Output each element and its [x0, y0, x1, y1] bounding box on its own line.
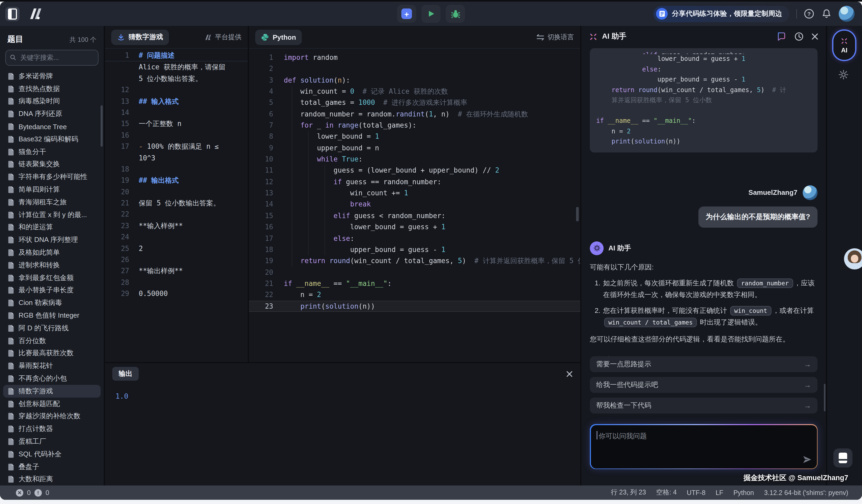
output-tab[interactable]: 输出 — [112, 367, 139, 381]
code-line[interactable]: 6 random_number = random.randint(1, n) #… — [249, 108, 580, 120]
assistant-character-avatar[interactable] — [844, 248, 862, 269]
problem-row: 1# 问题描述 — [105, 50, 248, 62]
sidebar-item[interactable]: 计算位置 x 到 y 的最... — [3, 209, 101, 221]
sidebar-item[interactable]: 拿到最多红包金额 — [3, 271, 101, 284]
code-line[interactable]: 1import random — [249, 52, 580, 63]
new-file-button[interactable]: + — [397, 5, 416, 23]
problem-tab[interactable]: 猜数字游戏 — [111, 29, 169, 45]
status-item[interactable]: 空格: 4 — [656, 488, 677, 497]
code-line[interactable]: 20 — [249, 267, 580, 278]
promo-banner[interactable]: 分享代码练习体验，领限量定制周边 — [653, 5, 789, 22]
switch-language-button[interactable]: 切换语言 — [536, 32, 574, 42]
code-line[interactable]: 21if __name__ == "__main__": — [249, 278, 580, 289]
sidebar-item-label: Base32 编码和解码 — [18, 134, 78, 144]
code-line[interactable]: 2 — [249, 63, 580, 75]
dock-settings-button[interactable] — [838, 69, 849, 80]
sidebar-item[interactable]: 穿越沙漠的补给次数 — [3, 410, 101, 423]
code-line[interactable]: 4 win_count = 0 # 记录 Alice 获胜的次数 — [249, 86, 580, 97]
sidebar-item[interactable]: 简单四则计算 — [3, 183, 101, 196]
sidebar-item[interactable]: 进制求和转换 — [3, 259, 101, 271]
ai-dock-button[interactable]: AI — [833, 30, 856, 61]
status-item[interactable]: 行 23, 列 23 — [611, 488, 646, 497]
sidebar-item[interactable]: 蛋糕工厂 — [3, 435, 101, 448]
sidebar-item[interactable]: 猫鱼分干 — [3, 146, 101, 158]
sidebar-item[interactable]: 暴雨梨花针 — [3, 360, 101, 372]
status-item[interactable]: LF — [716, 489, 723, 496]
sidebar-item[interactable]: 病毒感染时间 — [3, 95, 101, 108]
close-icon[interactable] — [811, 33, 819, 40]
errors-icon[interactable]: ✕ — [16, 489, 23, 496]
status-item[interactable]: 3.12.2 64-bit ('shims': pyenv) — [764, 489, 848, 496]
code-line[interactable]: 11 guess = (lower_bound + upper_bound) /… — [249, 165, 580, 176]
debug-button[interactable] — [446, 5, 465, 23]
code-line[interactable]: 8 lower_bound = 1 — [249, 131, 580, 142]
sidebar-item[interactable]: Bytedance Tree — [3, 120, 101, 133]
output-close-button[interactable] — [566, 370, 573, 377]
code-line[interactable]: 17 else: — [249, 233, 580, 244]
code-line[interactable]: 13 win_count += 1 — [249, 187, 580, 199]
search-box[interactable] — [5, 50, 99, 66]
code-line[interactable]: 10 while True: — [249, 154, 580, 165]
user-avatar[interactable] — [839, 6, 854, 22]
sidebar-item[interactable]: 和的逆运算 — [3, 221, 101, 234]
warnings-icon[interactable]: ! — [35, 489, 42, 496]
ai-scrollbar[interactable] — [824, 384, 825, 411]
send-button[interactable] — [802, 454, 811, 464]
code-line[interactable]: 7 for _ in range(total_games): — [249, 120, 580, 131]
run-button[interactable] — [421, 5, 441, 23]
sidebar-item[interactable]: 大数和距离 — [3, 473, 101, 486]
code-line[interactable]: 14 break — [249, 199, 580, 210]
code-line[interactable]: 15 elif guess < random_number: — [249, 210, 580, 222]
editor-scrollbar[interactable] — [576, 207, 579, 221]
code-line[interactable]: 18 upper_bound = guess - 1 — [249, 244, 580, 255]
code-line[interactable]: 9 upper_bound = n — [249, 142, 580, 154]
history-icon[interactable] — [794, 32, 804, 41]
sidebar-toggle-button[interactable] — [5, 6, 19, 21]
status-item[interactable]: UTF-8 — [687, 489, 706, 496]
marscode-logo[interactable] — [27, 7, 43, 21]
sidebar-item[interactable]: 最小替换子串长度 — [3, 284, 101, 297]
sidebar-item[interactable]: 阿 D 的飞行路线 — [3, 322, 101, 335]
sidebar-item[interactable]: 猜数字游戏 — [3, 385, 101, 398]
sidebar-item[interactable]: 百分位数 — [3, 334, 101, 347]
sidebar-item[interactable]: 比赛最高获胜次数 — [3, 347, 101, 360]
suggestion-button[interactable]: 需要一点思路提示→ — [590, 356, 818, 372]
suggestion-button[interactable]: 帮我检查一下代码→ — [590, 398, 818, 413]
sidebar-item[interactable]: Base32 编码和解码 — [3, 133, 101, 146]
code-line[interactable]: 3def solution(n): — [249, 75, 580, 86]
sidebar-item[interactable]: 字符串有多少种可能性 — [3, 171, 101, 183]
sidebar-item[interactable]: 叠盘子 — [3, 460, 101, 473]
sidebar-item[interactable]: 打点计数器 — [3, 423, 101, 435]
code-lines[interactable]: 1import random23def solution(n):4 win_co… — [249, 49, 580, 362]
sidebar-item[interactable]: RGB 色值转 Integer — [3, 309, 101, 322]
sidebar-item[interactable]: 不再贪心的小包 — [3, 372, 101, 385]
code-line[interactable]: 22 n = 2 — [249, 289, 580, 301]
new-chat-icon[interactable] — [777, 32, 787, 41]
code-line[interactable]: 19 return round(win_count / total_games,… — [249, 255, 580, 267]
sidebar-item[interactable]: Cion 勒索病毒 — [3, 297, 101, 309]
sidebar-item[interactable]: SQL 代码补全 — [3, 448, 101, 461]
sidebar-item[interactable]: 创意标题匹配 — [3, 397, 101, 410]
search-input[interactable] — [19, 53, 94, 62]
ai-input[interactable]: 你可以问我问题 — [591, 425, 817, 468]
suggestion-button[interactable]: 给我一些代码提示吧→ — [590, 377, 818, 393]
help-icon[interactable]: ? — [804, 9, 814, 19]
code-line[interactable]: 12 if guess == random_number: — [249, 176, 580, 188]
sidebar-item[interactable]: 青海湖租车之旅 — [3, 196, 101, 209]
sidebar-item[interactable]: 查找热点数据 — [3, 83, 101, 95]
sidebar-scrollbar[interactable] — [101, 105, 103, 147]
sidebar-item[interactable]: 环状 DNA 序列整理 — [3, 234, 101, 247]
code-line[interactable]: 5 total_games = 1000 # 进行多次游戏来计算概率 — [249, 97, 580, 108]
sidebar-item[interactable]: 及格如此简单 — [3, 246, 101, 259]
sidebar-item[interactable]: 链表聚集交换 — [3, 158, 101, 171]
sidebar-item[interactable]: DNA 序列还原 — [3, 108, 101, 120]
notification-bell-icon[interactable] — [821, 9, 832, 19]
code-line[interactable]: 16 lower_bound = guess + 1 — [249, 221, 580, 233]
panel-layout-toggle-button[interactable] — [833, 448, 852, 467]
document-icon — [8, 211, 14, 218]
status-item[interactable]: Python — [733, 489, 754, 496]
problem-content[interactable]: 1# 问题描述Alice 获胜的概率，请保留5 位小数输出答案。1213## 输… — [105, 49, 248, 362]
language-tab[interactable]: Python — [255, 29, 302, 45]
sidebar-item[interactable]: 多米诺骨牌 — [3, 70, 101, 83]
code-line[interactable]: 23 print(solution(n)) — [249, 301, 580, 312]
